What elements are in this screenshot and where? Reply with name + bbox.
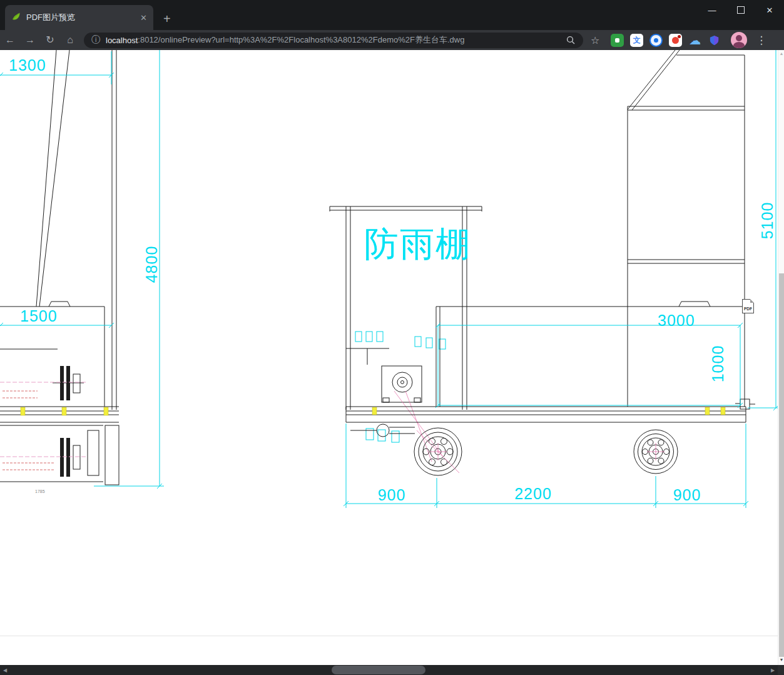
bookmark-star-icon[interactable]: ☆ — [591, 34, 599, 46]
pdf-file-icon[interactable]: PDF — [742, 299, 754, 313]
url-path: :8012/onlinePreview?url=http%3A%2F%2Floc… — [138, 34, 464, 46]
window-controls: — ✕ — [698, 0, 784, 20]
dim-1000: 1000 — [710, 345, 726, 383]
page-info-icon[interactable]: ⓘ — [91, 34, 100, 46]
close-button[interactable]: ✕ — [755, 0, 784, 20]
scroll-left-icon[interactable]: ◀ — [0, 665, 10, 675]
browser-menu-icon[interactable]: ⋮ — [756, 34, 766, 47]
scroll-right-icon[interactable]: ▶ — [768, 665, 778, 675]
maximize-button[interactable] — [726, 0, 755, 20]
page-content: 1300 4800 1500 防雨棚 5100 3000 1000 900 22… — [0, 50, 778, 665]
horizontal-scrollbar[interactable]: ◀ ▶ — [0, 665, 778, 675]
window-titlebar: PDF图片预览 ✕ + — ✕ — [0, 0, 784, 30]
vertical-scrollbar[interactable]: ▲ ▼ — [778, 50, 784, 665]
preview-page-edge — [0, 636, 778, 636]
new-tab-button[interactable]: + — [163, 13, 171, 25]
back-button-icon[interactable]: ← — [0, 35, 20, 45]
tab-close-icon[interactable]: ✕ — [140, 13, 147, 23]
dim-1785: 1785 — [35, 489, 45, 494]
green-extension-icon[interactable] — [611, 34, 624, 47]
extensions-row: 文 ☁ — [611, 34, 721, 47]
url-host: localhost — [106, 36, 138, 45]
scroll-down-icon[interactable]: ▼ — [778, 657, 784, 662]
cad-left-view — [0, 50, 119, 485]
cad-drawing — [0, 50, 778, 665]
forward-button-icon[interactable]: → — [20, 35, 40, 45]
shield-extension-icon[interactable] — [708, 34, 721, 47]
tab-title: PDF图片预览 — [26, 12, 135, 23]
dim-5100: 5100 — [760, 202, 775, 240]
translate-extension-icon[interactable]: 文 — [630, 34, 643, 47]
dim-3000: 3000 — [658, 313, 695, 328]
scroll-up-icon[interactable]: ▲ — [778, 51, 784, 56]
address-bar[interactable]: ⓘ localhost:8012/onlinePreview?url=http%… — [84, 33, 583, 48]
dim-2200: 2200 — [513, 486, 553, 502]
profile-avatar[interactable] — [731, 32, 747, 48]
blue-circle-extension-icon[interactable] — [649, 34, 663, 47]
browser-tab[interactable]: PDF图片预览 ✕ — [5, 5, 153, 30]
cad-side-dimensions — [344, 50, 778, 508]
cad-left-dimensions — [0, 50, 164, 489]
spring-leaf-favicon-icon — [11, 11, 21, 24]
dim-900-left: 900 — [375, 487, 408, 503]
pdf-badge-label: PDF — [744, 307, 752, 311]
zoom-icon[interactable] — [566, 36, 576, 47]
horizontal-scrollbar-thumb[interactable] — [332, 666, 425, 674]
red-badge-extension-icon[interactable] — [669, 34, 682, 47]
home-button-icon[interactable]: ⌂ — [60, 35, 80, 45]
minimize-button[interactable]: — — [698, 0, 726, 20]
dim-1300: 1300 — [9, 58, 46, 73]
scrollbar-corner — [778, 665, 784, 675]
maximize-icon — [737, 6, 745, 14]
cloud-extension-icon[interactable]: ☁ — [688, 34, 701, 47]
dim-4800: 4800 — [144, 246, 160, 283]
reload-button-icon[interactable]: ↻ — [40, 35, 60, 45]
cad-wheels — [414, 428, 678, 475]
rain-shelter-label: 防雨棚 — [364, 227, 471, 261]
vertical-scrollbar-thumb[interactable] — [779, 273, 784, 657]
browser-toolbar: ← → ↻ ⌂ ⓘ localhost:8012/onlinePreview?u… — [0, 30, 784, 50]
dim-1500: 1500 — [20, 308, 58, 324]
dim-900-right: 900 — [671, 487, 703, 503]
